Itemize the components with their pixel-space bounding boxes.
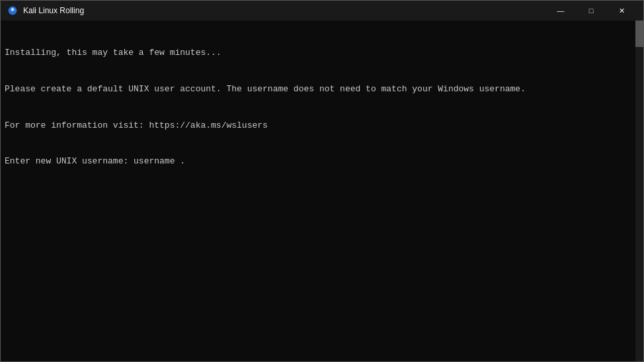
terminal-body[interactable]: Installing, this may take a few minutes.…	[1, 21, 643, 361]
minimize-button[interactable]: —	[545, 1, 576, 21]
app-icon	[7, 5, 18, 16]
terminal-line-1: Installing, this may take a few minutes.…	[5, 47, 639, 59]
scrollbar-thumb[interactable]	[635, 21, 643, 47]
close-button[interactable]: ✕	[606, 1, 637, 21]
terminal-line-2: Please create a default UNIX user accoun…	[5, 83, 639, 95]
scrollbar[interactable]	[635, 21, 643, 361]
window-title: Kali Linux Rolling	[23, 6, 545, 15]
titlebar: Kali Linux Rolling — □ ✕	[1, 1, 643, 21]
terminal-line-4: Enter new UNIX username: username .	[5, 156, 639, 167]
window-controls: — □ ✕	[545, 1, 637, 21]
terminal-line-3: For more information visit: https://aka.…	[5, 120, 639, 132]
terminal-window: Kali Linux Rolling — □ ✕ Installing, thi…	[0, 0, 644, 362]
maximize-button[interactable]: □	[576, 1, 606, 21]
terminal-output: Installing, this may take a few minutes.…	[5, 23, 639, 192]
